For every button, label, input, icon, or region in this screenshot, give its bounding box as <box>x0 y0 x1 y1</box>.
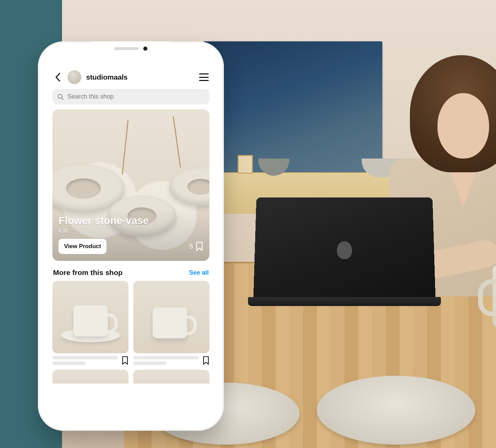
product-meta <box>52 356 128 365</box>
shop-header: studiomaals <box>52 68 210 89</box>
svg-point-0 <box>58 94 62 98</box>
svg-line-1 <box>62 98 64 100</box>
bookmark-button[interactable] <box>203 356 209 365</box>
product-grid <box>52 281 210 365</box>
product-meta <box>133 356 209 365</box>
product-thumb <box>133 281 209 353</box>
menu-button[interactable] <box>199 73 209 81</box>
section-title: More from this shop <box>53 268 123 277</box>
search-icon <box>57 93 64 100</box>
table-plate <box>317 376 475 445</box>
featured-product-title: Flower stone-vase <box>59 215 203 226</box>
chevron-left-icon <box>55 73 61 82</box>
text-placeholder <box>133 356 199 365</box>
table-mug <box>493 265 496 327</box>
shop-avatar[interactable] <box>68 70 81 84</box>
product-thumb <box>52 281 128 353</box>
text-placeholder <box>52 356 118 365</box>
product-grid-peek <box>52 365 210 384</box>
wall-art <box>203 41 382 172</box>
view-product-button[interactable]: View Product <box>59 239 106 254</box>
phone-notch <box>91 41 170 56</box>
menu-icon <box>199 73 209 74</box>
featured-product-card[interactable]: Flower stone-vase €38 View Product 5 <box>52 109 209 261</box>
front-camera-icon <box>143 47 147 51</box>
save-count: 5 <box>189 243 193 250</box>
product-tile[interactable] <box>133 281 209 365</box>
speaker-icon <box>114 47 138 50</box>
shelf-frame <box>238 155 253 174</box>
bookmark-button[interactable] <box>122 356 128 365</box>
back-button[interactable] <box>53 72 63 82</box>
apple-logo-icon <box>337 241 352 259</box>
bookmark-icon <box>203 356 209 365</box>
laptop <box>255 196 434 307</box>
search-bar[interactable] <box>52 89 209 104</box>
save-group[interactable]: 5 <box>189 242 203 251</box>
search-input[interactable] <box>68 93 205 100</box>
more-from-shop-header: More from this shop See all <box>52 267 210 281</box>
product-tile[interactable] <box>52 281 128 365</box>
see-all-link[interactable]: See all <box>189 269 209 276</box>
bookmark-icon <box>122 356 128 365</box>
featured-product-overlay: Flower stone-vase €38 View Product 5 <box>52 208 209 261</box>
bookmark-icon <box>196 242 203 251</box>
product-thumb-peek[interactable] <box>52 370 128 384</box>
shop-name[interactable]: studiomaals <box>86 73 194 81</box>
featured-product-price: €38 <box>59 228 203 234</box>
product-thumb-peek[interactable] <box>133 370 209 384</box>
app-screen: studiomaals <box>45 56 216 422</box>
phone-frame: studiomaals <box>38 41 224 431</box>
